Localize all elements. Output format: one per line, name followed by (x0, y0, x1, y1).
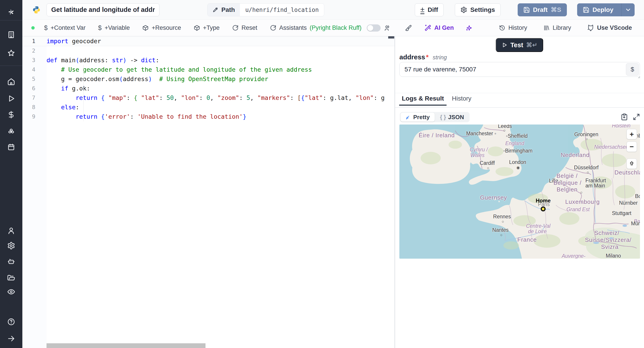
code-line[interactable]: 2 (22, 46, 394, 56)
assistants-button[interactable]: Assistants (Pyright Black Ruff) (270, 24, 362, 31)
refresh-icon (270, 25, 276, 31)
variable-picker-button[interactable]: $ (626, 63, 639, 76)
multiplayer-person-icon[interactable] (384, 24, 391, 32)
argument-label: address* string (399, 53, 447, 61)
play-icon (502, 42, 507, 48)
map-fit-bounds-button[interactable] (626, 158, 637, 169)
users-person-icon[interactable] (0, 224, 22, 238)
settings-gear-icon[interactable] (0, 239, 22, 253)
use-vscode-button[interactable]: Use VScode (587, 24, 632, 31)
resources-cubes-icon[interactable] (0, 124, 22, 138)
variables-dollar-icon[interactable] (0, 107, 22, 122)
tab-logs-result[interactable]: Logs & Result (402, 95, 444, 102)
test-shortcut: ⌘↵ (526, 41, 537, 49)
pen-nib-icon (406, 114, 411, 120)
package-icon (142, 25, 149, 31)
vscode-cat-icon (587, 24, 594, 31)
package-icon (194, 25, 200, 31)
header-bar: Path u/henri/find_location ± Diff Settin… (22, 0, 644, 20)
copy-result-icon[interactable] (620, 113, 628, 121)
workspace-building-icon[interactable] (0, 28, 22, 42)
path-chip[interactable]: Path u/henri/find_location (207, 3, 324, 16)
json-view-button[interactable]: { } JSON (435, 113, 469, 122)
history-button[interactable]: History (499, 24, 527, 31)
save-icon (583, 7, 590, 13)
path-value: u/henri/find_location (240, 4, 324, 16)
gear-icon (460, 7, 467, 13)
save-icon (523, 7, 530, 13)
schedules-calendar-icon[interactable] (0, 140, 22, 154)
code-lines: 1import geocoder23def main(address: str)… (22, 36, 394, 121)
indent-guide (84, 65, 84, 121)
code-line[interactable]: 6 if g.ok: (22, 84, 394, 93)
line-number: 5 (22, 74, 46, 84)
map-base (399, 124, 640, 259)
format-brush-icon[interactable] (405, 24, 412, 32)
home-icon[interactable] (0, 75, 22, 89)
line-number: 6 (22, 84, 46, 93)
result-view-toggle: Pretty { } JSON (400, 112, 470, 122)
plus-minus-icon: ± (420, 6, 425, 14)
windmill-logo[interactable] (0, 5, 22, 19)
path-chip-label: Path (208, 4, 240, 16)
collapse-arrow-icon[interactable] (0, 331, 22, 346)
deploy-button[interactable]: Deploy (577, 3, 634, 16)
assistants-detail: (Pyright Black Ruff) (310, 24, 362, 31)
python-logo-icon (32, 5, 41, 14)
chevron-down-icon (625, 7, 632, 13)
add-variable-button[interactable]: $ +Variable (98, 24, 130, 32)
library-button[interactable]: Library (543, 24, 571, 31)
map-zoom-in-button[interactable]: + (626, 129, 637, 139)
argument-input-wrap: $ (399, 62, 640, 77)
wand-icon (424, 24, 431, 31)
add-resource-button[interactable]: +Resource (142, 24, 181, 31)
favorites-star-icon[interactable] (0, 46, 22, 60)
code-line[interactable]: 9 return {'error': 'Unable to find the l… (22, 112, 394, 121)
tab-history[interactable]: History (452, 95, 471, 102)
code-line[interactable]: 1import geocoder (22, 36, 394, 46)
add-type-button[interactable]: +Type (194, 24, 220, 31)
horizontal-scrollbar-thumb[interactable] (46, 343, 206, 348)
draft-button[interactable]: Draft ⌘S (518, 3, 567, 16)
deploy-dropdown-button[interactable] (622, 3, 634, 16)
add-context-var-button[interactable]: $ +Context Var (44, 24, 86, 32)
expand-result-icon[interactable] (632, 113, 640, 121)
draft-shortcut: ⌘S (551, 6, 561, 14)
resize-handle-icon[interactable] (637, 75, 640, 79)
pretty-view-button[interactable]: Pretty (400, 113, 435, 122)
windmill-script-editor: Path u/henri/find_location ± Diff Settin… (0, 0, 644, 348)
line-number: 2 (22, 46, 46, 56)
test-button[interactable]: Test ⌘↵ (496, 38, 543, 52)
home-marker[interactable] (541, 207, 546, 211)
workers-robot-icon[interactable] (0, 254, 22, 269)
runs-play-icon[interactable] (0, 91, 22, 106)
editor-toolbar: $ +Context Var $ +Variable +Resource +Ty… (22, 20, 644, 36)
code-line[interactable]: 7 return { "map": { "lat": 50, "lon": 0,… (22, 93, 394, 103)
folders-icon[interactable] (0, 271, 22, 285)
code-line[interactable]: 4 # Use geocoder to get the latitude and… (22, 65, 394, 74)
toggle-knob (368, 25, 373, 31)
diff-button[interactable]: ± Diff (415, 3, 444, 16)
address-input[interactable] (399, 62, 640, 77)
line-number: 3 (22, 56, 46, 65)
code-line[interactable]: 8 else: (22, 103, 394, 112)
divider (395, 107, 644, 108)
test-panel: Test ⌘↵ address* string $ Logs & Result … (395, 36, 644, 348)
code-line[interactable]: 5 g = geocoder.osm(address) # Using Open… (22, 74, 394, 84)
reset-button[interactable]: Reset (232, 24, 258, 31)
settings-button[interactable]: Settings (455, 3, 500, 16)
result-map[interactable]: Leeds○HolsteinÉire / IrelandManchester ◦… (399, 124, 640, 259)
multiplayer-toggle[interactable] (367, 24, 380, 32)
home-marker-label: Home (536, 198, 551, 204)
audit-eye-icon[interactable] (0, 285, 22, 299)
horizontal-scrollbar[interactable] (46, 343, 394, 348)
line-number: 4 (22, 65, 46, 74)
library-bars-icon (543, 25, 550, 31)
code-editor[interactable]: 1import geocoder23def main(address: str)… (22, 36, 394, 348)
sparkles-icon[interactable] (465, 24, 472, 32)
help-question-icon[interactable] (0, 315, 22, 329)
script-title-input[interactable] (46, 3, 160, 16)
map-zoom-out-button[interactable]: − (626, 141, 637, 152)
code-line[interactable]: 3def main(address: str) -> dict: (22, 56, 394, 65)
ai-gen-button[interactable]: AI Gen (424, 24, 454, 31)
